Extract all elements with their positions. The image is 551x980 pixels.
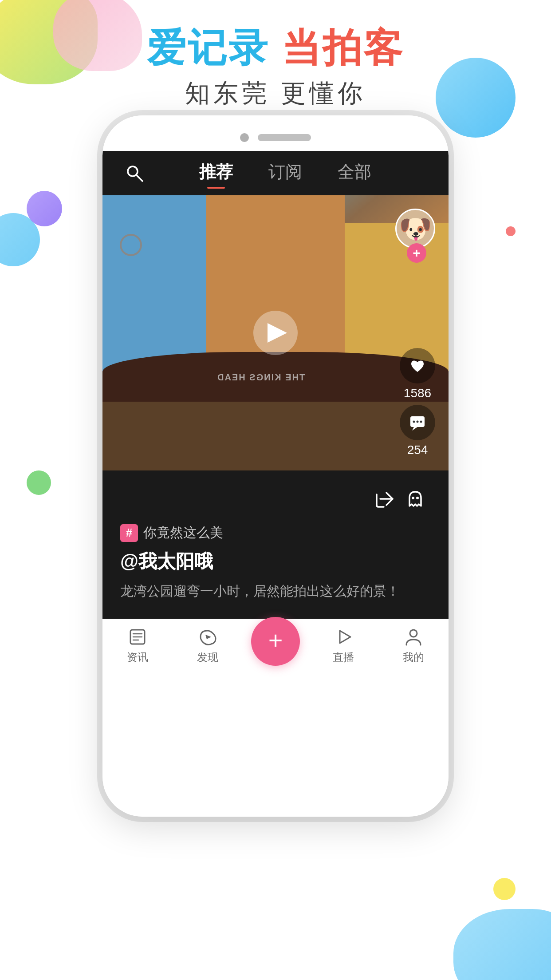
nav-item-discover[interactable]: 发现 [181, 627, 234, 664]
avatar[interactable]: 🐶 [395, 209, 435, 249]
nav-label-discover: 发现 [197, 650, 218, 664]
like-button[interactable]: 1586 [400, 348, 435, 400]
building-sign: THE KINGS HEAD [216, 372, 305, 383]
blob-green-left [27, 470, 51, 495]
phone-top-bar [102, 115, 449, 151]
plus-icon: + [268, 628, 283, 653]
nav-item-live[interactable]: 直播 [317, 627, 370, 664]
svg-line-1 [137, 175, 142, 181]
header-main-text: 爱记录 当拍客 [0, 27, 551, 70]
header-sub-text: 知东莞 更懂你 [0, 77, 551, 111]
video-actions: 1586 254 [400, 348, 435, 457]
phone-speaker [258, 134, 311, 141]
live-icon [334, 627, 353, 647]
nav-tab-recommended[interactable]: 推荐 [199, 161, 233, 186]
svg-point-14 [410, 630, 417, 637]
like-count: 1586 [404, 386, 431, 400]
header-blue-text: 爱记录 [147, 26, 269, 70]
discover-icon [198, 627, 217, 647]
nav-item-profile[interactable]: 我的 [387, 627, 440, 664]
play-button[interactable] [253, 311, 298, 355]
like-icon-bg [400, 348, 435, 383]
svg-point-4 [417, 421, 419, 423]
share-button[interactable] [369, 484, 400, 515]
nav-label-profile: 我的 [403, 650, 424, 664]
comment-button[interactable]: 254 [400, 405, 435, 457]
bottom-nav: 资讯 发现 + 直播 [102, 619, 449, 681]
nav-label-live: 直播 [333, 650, 354, 664]
content-top-actions [120, 484, 431, 515]
nav-tabs: 推荐 订阅 全部 [144, 161, 426, 186]
follow-button[interactable]: + [407, 243, 426, 263]
svg-marker-13 [340, 631, 350, 643]
svg-point-0 [128, 166, 138, 176]
profile-icon [404, 627, 423, 647]
svg-point-7 [412, 497, 414, 499]
app-nav-bar: 推荐 订阅 全部 [102, 151, 449, 195]
blob-blue-bottom-right [453, 909, 551, 980]
svg-marker-6 [412, 427, 417, 431]
news-icon [128, 627, 147, 647]
blob-red-right [506, 226, 516, 236]
svg-point-8 [416, 497, 419, 499]
comment-count: 254 [407, 443, 428, 457]
phone-mockup: 推荐 订阅 全部 THE KINGS HEAD [102, 115, 449, 817]
header-red-text: 当拍客 [282, 26, 404, 70]
avatar-icon: 🐶 [399, 213, 432, 245]
hashtag-row: # 你竟然这么美 [120, 524, 431, 542]
nav-tab-all[interactable]: 全部 [338, 161, 371, 186]
nav-center-post-button[interactable]: + [251, 617, 300, 666]
comment-icon-bg [400, 405, 435, 440]
svg-point-5 [420, 421, 422, 423]
description-text: 龙湾公园遛弯一小时，居然能拍出这么好的景！ [120, 581, 431, 601]
phone-camera [240, 133, 249, 142]
nav-label-news: 资讯 [127, 650, 148, 664]
video-area[interactable]: THE KINGS HEAD 🐶 + [102, 195, 449, 470]
blob-purple-left [27, 191, 62, 226]
ghost-button[interactable] [400, 484, 431, 515]
blob-blue-left [0, 213, 40, 266]
hashtag-badge: # [120, 524, 138, 542]
hashtag-text[interactable]: 你竟然这么美 [143, 524, 223, 542]
blob-yellow-right [493, 878, 516, 900]
content-section: # 你竟然这么美 @我太阳哦 龙湾公园遛弯一小时，居然能拍出这么好的景！ [102, 470, 449, 619]
nav-tab-subscribed[interactable]: 订阅 [268, 161, 302, 186]
svg-point-3 [413, 421, 415, 423]
search-icon[interactable] [125, 163, 144, 183]
username[interactable]: @我太阳哦 [120, 549, 431, 574]
clock [120, 234, 142, 256]
header-section: 爱记录 当拍客 知东莞 更懂你 [0, 27, 551, 111]
phone-inner: 推荐 订阅 全部 THE KINGS HEAD [102, 115, 449, 817]
nav-item-news[interactable]: 资讯 [111, 627, 164, 664]
play-triangle-icon [268, 323, 287, 343]
